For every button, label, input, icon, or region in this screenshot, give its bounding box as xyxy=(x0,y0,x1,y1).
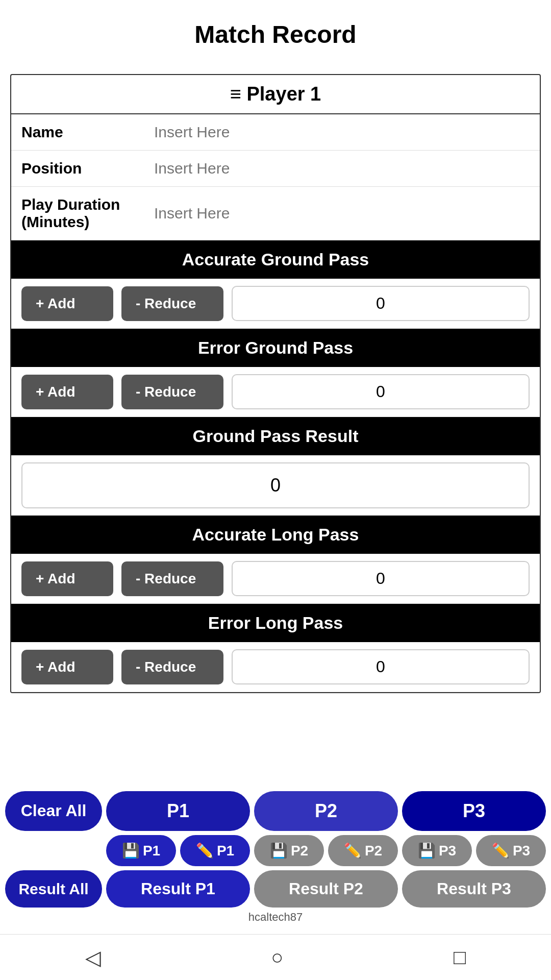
accurate-long-pass-add-button[interactable]: + Add xyxy=(21,561,113,596)
ground-pass-result-header: Ground Pass Result xyxy=(11,417,540,455)
player-card: ≡ Player 1 Name Position Play Duration (… xyxy=(10,74,541,693)
ground-pass-result-value: 0 xyxy=(21,462,530,508)
error-long-pass-add-button[interactable]: + Add xyxy=(21,650,113,684)
result-p2-button[interactable]: Result P2 xyxy=(254,870,398,908)
save-p3-icon: 💾 xyxy=(418,842,436,859)
nav-row-3: Result All Result P1 Result P2 Result P3 xyxy=(5,870,546,908)
edit-p2-icon: ✏️ xyxy=(344,842,362,859)
save-p2-button[interactable]: 💾 P2 xyxy=(254,835,324,866)
edit-p1-button[interactable]: ✏️ P1 xyxy=(180,835,250,866)
p1-button[interactable]: P1 xyxy=(106,791,250,831)
name-row: Name xyxy=(11,114,540,151)
edit-p3-label: P3 xyxy=(513,843,530,859)
player-header: ≡ Player 1 xyxy=(11,75,540,114)
error-ground-pass-row: + Add - Reduce 0 xyxy=(11,367,540,417)
clear-all-button[interactable]: Clear All xyxy=(5,791,102,831)
save-p3-label: P3 xyxy=(439,843,456,859)
error-long-pass-header: Error Long Pass xyxy=(11,604,540,642)
error-ground-pass-add-button[interactable]: + Add xyxy=(21,375,113,409)
edit-p3-button[interactable]: ✏️ P3 xyxy=(476,835,546,866)
accurate-long-pass-reduce-button[interactable]: - Reduce xyxy=(121,561,223,596)
error-ground-pass-value: 0 xyxy=(232,374,530,409)
save-p1-label: P1 xyxy=(143,843,160,859)
name-input[interactable] xyxy=(154,124,530,141)
position-row: Position xyxy=(11,151,540,187)
accurate-ground-pass-add-button[interactable]: + Add xyxy=(21,286,113,321)
accurate-long-pass-value: 0 xyxy=(232,561,530,596)
accurate-long-pass-header: Accurate Long Pass xyxy=(11,516,540,554)
position-label: Position xyxy=(21,160,154,177)
page-title: Match Record xyxy=(0,0,551,59)
save-p1-icon: 💾 xyxy=(122,842,140,859)
watermark: hcaltech87 xyxy=(5,908,546,926)
result-p1-button[interactable]: Result P1 xyxy=(106,870,250,908)
recents-button[interactable]: □ xyxy=(454,946,466,969)
position-input[interactable] xyxy=(154,160,530,177)
accurate-ground-pass-row: + Add - Reduce 0 xyxy=(11,279,540,329)
nav-row-2: 💾 P1 ✏️ P1 💾 P2 ✏️ P2 💾 P3 ✏️ P3 xyxy=(5,835,546,866)
nav-row-1: Clear All P1 P2 P3 xyxy=(5,791,546,831)
home-button[interactable]: ○ xyxy=(271,946,283,969)
list-icon: ≡ xyxy=(230,83,241,105)
edit-p2-button[interactable]: ✏️ P2 xyxy=(328,835,398,866)
bottom-nav: Clear All P1 P2 P3 💾 P1 ✏️ P1 💾 P2 ✏️ P2… xyxy=(0,786,551,929)
play-duration-label: Play Duration (Minutes) xyxy=(21,196,154,231)
save-p2-icon: 💾 xyxy=(270,842,288,859)
accurate-ground-pass-header: Accurate Ground Pass xyxy=(11,240,540,279)
save-p2-label: P2 xyxy=(291,843,308,859)
error-long-pass-value: 0 xyxy=(232,649,530,684)
error-ground-pass-header: Error Ground Pass xyxy=(11,329,540,367)
play-duration-input[interactable] xyxy=(154,205,530,222)
accurate-ground-pass-value: 0 xyxy=(232,286,530,321)
play-duration-row: Play Duration (Minutes) xyxy=(11,187,540,240)
result-p3-button[interactable]: Result P3 xyxy=(402,870,546,908)
edit-p1-label: P1 xyxy=(217,843,234,859)
save-p1-button[interactable]: 💾 P1 xyxy=(106,835,176,866)
accurate-long-pass-row: + Add - Reduce 0 xyxy=(11,554,540,604)
error-long-pass-row: + Add - Reduce 0 xyxy=(11,642,540,692)
edit-p1-icon: ✏️ xyxy=(196,842,214,859)
edit-p3-icon: ✏️ xyxy=(492,842,510,859)
result-all-button[interactable]: Result All xyxy=(5,870,102,908)
error-ground-pass-reduce-button[interactable]: - Reduce xyxy=(121,375,223,409)
edit-p2-label: P2 xyxy=(365,843,382,859)
p2-button[interactable]: P2 xyxy=(254,791,398,831)
error-long-pass-reduce-button[interactable]: - Reduce xyxy=(121,650,223,684)
android-nav-bar: ◁ ○ □ xyxy=(0,934,551,980)
back-button[interactable]: ◁ xyxy=(85,946,101,969)
accurate-ground-pass-reduce-button[interactable]: - Reduce xyxy=(121,286,223,321)
save-p3-button[interactable]: 💾 P3 xyxy=(402,835,472,866)
player-header-label: Player 1 xyxy=(246,83,321,105)
name-label: Name xyxy=(21,124,154,141)
p3-button[interactable]: P3 xyxy=(402,791,546,831)
